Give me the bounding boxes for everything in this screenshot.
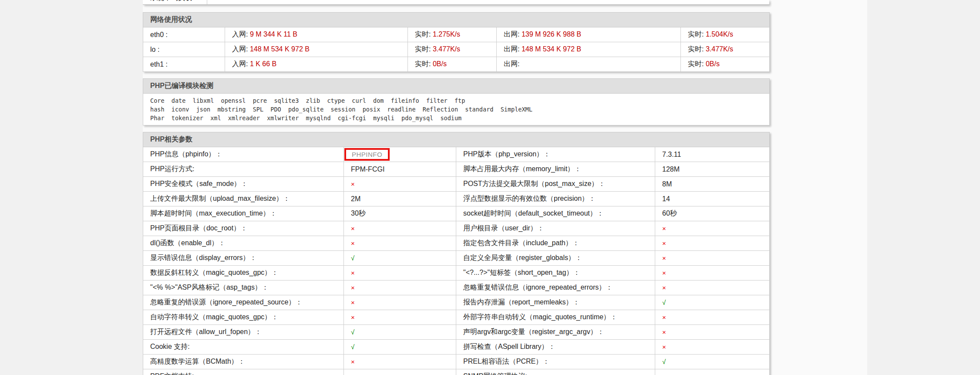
php-param-label-right: 忽略重复错误信息（ignore_repeated_errors）： (456, 280, 655, 295)
php-param-row: "<% %>"ASP风格标记（asp_tags）： × 忽略重复错误信息（ign… (143, 280, 770, 295)
php-param-value-right-cell: 14 (655, 192, 770, 206)
php-param-row: PHP信息（phpinfo）： PHPINFO PHP版本（php_versio… (143, 147, 770, 162)
realtime-label: 实时: (415, 60, 431, 68)
php-param-value-left-cell: × (344, 221, 456, 236)
php-param-label-left: PHP页面根目录（doc_root）： (143, 221, 344, 236)
php-param-value-left-cell: × (344, 355, 456, 369)
phpinfo-link[interactable]: PHPINFO (344, 148, 390, 161)
php-param-label-right: 指定包含文件目录（include_path）： (456, 236, 655, 251)
php-param-row: 打开远程文件（allow_url_fopen）： √ 声明argv和argc变量… (143, 325, 770, 340)
php-param-value-left: × (351, 240, 355, 247)
php-param-label-left: PHP运行方式: (143, 162, 344, 177)
php-param-value-left-cell: √ (344, 340, 456, 355)
inbound-realtime-value: 3.477K/s (433, 45, 460, 53)
php-param-value-right-cell: √ (655, 355, 770, 369)
php-param-row: 脚本超时时间（max_execution_time）： 30秒 socket超时… (143, 206, 770, 221)
php-param-label-left: PHP安全模式（safe_mode）： (143, 177, 344, 192)
php-param-value-left: FPM-FCGI (351, 166, 384, 173)
php-param-label-right: SNMP网络管理协议: (456, 369, 655, 375)
php-param-value-right-cell: × (655, 221, 770, 236)
php-param-value-left-cell: 30秒 (344, 206, 456, 221)
php-param-value-left: × (351, 299, 355, 306)
php-param-value-right-cell: 8M (655, 177, 770, 192)
php-param-value-right: √ (662, 358, 666, 365)
modules-list: Core date libxml openssl pcre sqlite3 zl… (143, 94, 770, 125)
inbound-realtime-value: 1.275K/s (433, 30, 460, 38)
outbound-label: 出网: (504, 45, 519, 53)
php-param-value-right-cell: × (655, 236, 770, 251)
inbound-cell: 入网: 1 K 66 B (225, 57, 408, 72)
php-param-label-right: 用户根目录（user_dir）： (456, 221, 655, 236)
php-param-value-left: 2M (351, 195, 360, 203)
php-param-value-right-cell: 60秒 (655, 206, 770, 221)
php-param-label-left: 打开远程文件（allow_url_fopen）： (143, 325, 344, 340)
php-param-row: 上传文件最大限制（upload_max_filesize）： 2M 浮点型数据显… (143, 192, 770, 206)
modules-row: Core date libxml openssl pcre sqlite3 zl… (143, 94, 770, 125)
php-param-value-left-cell: × (344, 266, 456, 280)
interface-name: eth1 : (143, 57, 225, 72)
php-param-value-right: × (662, 314, 666, 321)
php-param-value-left: × (351, 314, 355, 321)
php-param-value-right: × (662, 373, 666, 375)
php-param-label-right: 外部字符串自动转义（magic_quotes_runtime）： (456, 310, 655, 325)
modules-line-3: Phar tokenizer xml xmlreader xmlwriter m… (150, 114, 762, 122)
php-param-value-right: × (662, 284, 666, 291)
network-section-title: 网络使用状况 (143, 13, 770, 27)
php-param-label-left: PHP信息（phpinfo）： (143, 147, 344, 162)
php-param-row: PDF文档支持: × SNMP网络管理协议: × (143, 369, 770, 375)
php-modules-table: PHP已编译模块检测 Core date libxml openssl pcre… (143, 78, 770, 125)
system-status-table-partial: 系统平均负载 0.47 0.29 0.44 1/56 42 (143, 0, 769, 5)
php-param-value-left: × (351, 225, 355, 232)
interface-name: lo : (143, 42, 225, 57)
system-load-value: 0.47 0.29 0.44 1/56 42 (207, 0, 283, 5)
outbound-total-value: 139 M 926 K 988 B (522, 30, 581, 38)
php-param-value-right: 8M (662, 180, 672, 188)
modules-line-2: hash iconv json mbstring SPL PDO pdo_sql… (150, 105, 762, 114)
inbound-realtime-cell: 实时: 1.275K/s (408, 27, 497, 42)
outbound-total-value: 148 M 534 K 972 B (522, 45, 581, 53)
system-load-label: 系统平均负载 (143, 0, 207, 5)
php-param-row: 自动字符串转义（magic_quotes_gpc）： × 外部字符串自动转义（m… (143, 310, 770, 325)
outbound-realtime-cell: 实时: 0B/s (681, 57, 770, 72)
php-param-value-right: × (662, 343, 666, 351)
php-param-value-left-cell: PHPINFO (344, 147, 456, 162)
outbound-label: 出网: (504, 30, 519, 38)
php-param-value-left: √ (351, 343, 354, 351)
network-table-row: eth0 : 入网: 9 M 344 K 11 B 实时: 1.275K/s 出… (143, 27, 770, 42)
inbound-realtime-value: 0B/s (433, 60, 447, 68)
network-table-row: eth1 : 入网: 1 K 66 B 实时: 0B/s 出网: 实时: 0B/… (143, 57, 770, 72)
php-param-row: 数据反斜杠转义（magic_quotes_gpc）： × "<?...?>"短标… (143, 266, 770, 280)
outbound-cell: 出网: 139 M 926 K 988 B (497, 27, 681, 42)
php-param-value-left-cell: FPM-FCGI (344, 162, 456, 177)
outbound-cell: 出网: (497, 57, 681, 72)
php-param-label-right: 自定义全局变量（register_globals）： (456, 251, 655, 266)
inbound-cell: 入网: 9 M 344 K 11 B (225, 27, 408, 42)
php-param-value-right: 14 (662, 195, 670, 203)
php-param-label-right: 浮点型数据显示的有效位数（precision）： (456, 192, 655, 206)
realtime-label: 实时: (688, 60, 704, 68)
php-param-value-right: × (662, 254, 666, 262)
inbound-total-value: 9 M 344 K 11 B (250, 30, 297, 38)
realtime-label: 实时: (415, 45, 431, 53)
php-param-label-left: 上传文件最大限制（upload_max_filesize）： (143, 192, 344, 206)
outbound-realtime-value: 1.504K/s (706, 30, 733, 38)
php-param-value-right: √ (662, 299, 666, 306)
outbound-realtime-cell: 实时: 1.504K/s (681, 27, 770, 42)
php-param-label-right: PHP版本（php_version）： (456, 147, 655, 162)
php-param-label-right: 报告内存泄漏（report_memleaks）： (456, 295, 655, 310)
realtime-label: 实时: (688, 45, 704, 53)
php-param-value-right: × (662, 269, 666, 277)
php-param-row: 忽略重复的错误源（ignore_repeated_source）： × 报告内存… (143, 295, 770, 310)
outbound-cell: 出网: 148 M 534 K 972 B (497, 42, 681, 57)
php-param-value-right-cell: × (655, 310, 770, 325)
php-param-row: PHP安全模式（safe_mode）： × POST方法提交最大限制（post_… (143, 177, 770, 192)
inbound-realtime-cell: 实时: 0B/s (408, 57, 497, 72)
php-param-value-right-cell: × (655, 325, 770, 340)
php-param-value-left-cell: × (344, 295, 456, 310)
php-param-value-left-cell: √ (344, 251, 456, 266)
php-param-row: Cookie 支持: √ 拼写检查（ASpell Library）： × (143, 340, 770, 355)
php-param-value-right-cell: × (655, 280, 770, 295)
modules-line-1: Core date libxml openssl pcre sqlite3 zl… (150, 96, 762, 105)
php-param-label-right: 脚本占用最大内存（memory_limit）： (456, 162, 655, 177)
php-param-label-right: 声明argv和argc变量（register_argc_argv）： (456, 325, 655, 340)
